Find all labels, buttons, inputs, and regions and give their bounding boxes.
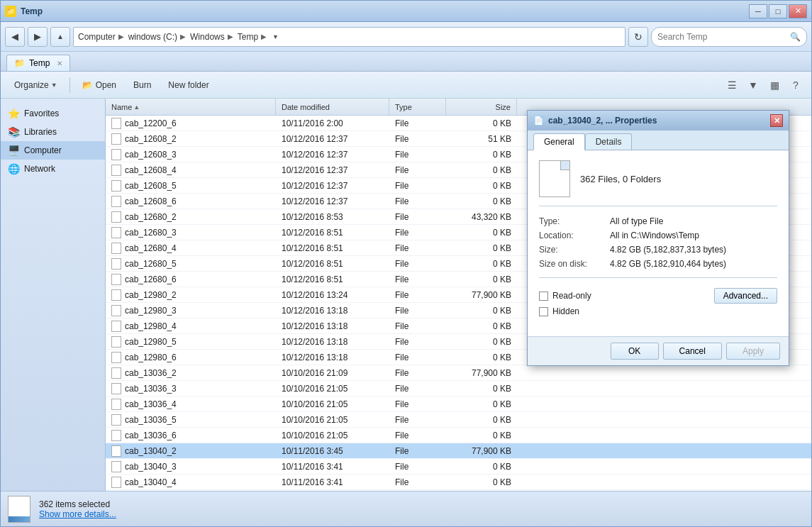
- col-type-label: Type: [395, 103, 412, 111]
- search-box[interactable]: 🔍: [651, 27, 807, 47]
- open-button[interactable]: 📂 Open: [74, 76, 124, 94]
- file-cell-size: 0 KB: [446, 476, 517, 489]
- file-name-text: cab_13040_4: [125, 477, 177, 487]
- help-button[interactable]: ?: [786, 77, 806, 94]
- libraries-icon: 📚: [8, 126, 20, 138]
- file-cell-name: cab_12980_2: [106, 288, 276, 302]
- file-icon: [111, 211, 121, 223]
- file-cell-size: 0 KB: [446, 335, 517, 348]
- view-button[interactable]: ☰: [722, 77, 742, 94]
- preview-pane-button[interactable]: ▦: [764, 77, 784, 94]
- apply-button[interactable]: Apply: [726, 343, 780, 360]
- new-folder-button[interactable]: New folder: [160, 76, 216, 94]
- sidebar-item-libraries[interactable]: 📚 Libraries: [1, 123, 105, 141]
- ok-button[interactable]: OK: [611, 343, 659, 360]
- address-segment-drive[interactable]: windows (C:) ▶: [128, 32, 187, 42]
- table-row[interactable]: cab_13036_2 10/10/2016 21:09 File 77,900…: [106, 365, 811, 381]
- readonly-checkbox[interactable]: [539, 292, 548, 301]
- prop-value: All in C:\Windows\Temp: [610, 231, 777, 240]
- file-cell-size: 43,320 KB: [446, 211, 517, 223]
- maximize-button[interactable]: □: [769, 4, 787, 18]
- file-icon: [111, 165, 121, 176]
- refresh-button[interactable]: ↻: [628, 27, 648, 47]
- table-row[interactable]: cab_13036_4 10/10/2016 21:05 File 0 KB: [106, 396, 811, 412]
- show-more-details-link[interactable]: Show more details...: [39, 509, 116, 519]
- organize-button[interactable]: Organize ▼: [6, 76, 65, 94]
- address-arrow-4: ▶: [261, 33, 267, 40]
- open-label: Open: [96, 80, 116, 90]
- address-segment-computer[interactable]: Computer ▶: [78, 32, 126, 42]
- file-cell-size: 0 KB: [446, 257, 517, 270]
- search-input[interactable]: [657, 32, 787, 42]
- file-cell-size: 0 KB: [446, 273, 517, 286]
- burn-button[interactable]: Burn: [126, 76, 159, 94]
- file-cell-size: 0 KB: [446, 148, 517, 161]
- minimize-button[interactable]: ─: [749, 4, 767, 18]
- dialog-tab-details[interactable]: Details: [585, 133, 633, 150]
- file-cell-type: File: [389, 211, 446, 223]
- close-button[interactable]: ✕: [789, 4, 807, 18]
- col-header-type[interactable]: Type: [389, 99, 446, 115]
- col-header-name[interactable]: Name ▲: [106, 99, 276, 115]
- file-name-text: cab_12680_2: [125, 212, 177, 222]
- sidebar-item-computer[interactable]: 🖥️ Computer: [1, 141, 105, 160]
- file-cell-type: File: [389, 273, 446, 286]
- col-header-size[interactable]: Size: [446, 99, 517, 115]
- address-segment-temp[interactable]: Temp ▶: [238, 32, 268, 42]
- title-bar: 📁 Temp ─ □ ✕: [1, 1, 811, 22]
- table-row[interactable]: cab_13040_5 10/11/2016 3:41 File 0 KB: [106, 490, 811, 491]
- address-segment-windows[interactable]: Windows ▶: [190, 32, 235, 42]
- file-cell-type: File: [389, 351, 446, 364]
- sidebar-item-network[interactable]: 🌐 Network: [1, 160, 105, 178]
- file-icon: [111, 258, 121, 270]
- file-cell-size: 77,900 KB: [446, 445, 517, 457]
- sidebar-item-favorites[interactable]: ⭐ Favorites: [1, 104, 105, 123]
- table-row[interactable]: cab_13036_3 10/10/2016 21:05 File 0 KB: [106, 381, 811, 396]
- file-icon: [111, 274, 121, 285]
- file-cell-type: File: [389, 195, 446, 208]
- tab-temp[interactable]: 📁 Temp ✕: [6, 55, 70, 71]
- file-name-text: cab_13040_3: [125, 462, 177, 472]
- file-cell-size: 0 KB: [446, 351, 517, 364]
- file-cell-date: 10/11/2016 3:41: [276, 460, 389, 473]
- advanced-button[interactable]: Advanced...: [714, 288, 777, 304]
- file-icon: [111, 118, 121, 129]
- address-bar[interactable]: Computer ▶ windows (C:) ▶ Windows ▶ Temp…: [73, 27, 625, 47]
- attr-readonly-row: Read-only: [539, 291, 591, 301]
- dialog-title: 📄 cab_13040_2, ... Properties: [533, 116, 657, 126]
- attr-hidden-row: Hidden: [539, 306, 777, 316]
- view-dropdown[interactable]: ▼: [743, 77, 763, 94]
- back-button[interactable]: ◀: [5, 27, 25, 47]
- sidebar-label-network: Network: [24, 164, 55, 174]
- tab-close-button[interactable]: ✕: [57, 60, 62, 67]
- table-row[interactable]: cab_13040_3 10/11/2016 3:41 File 0 KB: [106, 459, 811, 475]
- file-cell-name: cab_13040_5: [106, 491, 276, 492]
- col-size-label: Size: [496, 103, 511, 111]
- forward-button[interactable]: ▶: [28, 27, 48, 47]
- address-label-drive: windows (C:): [128, 32, 177, 42]
- file-icon: [111, 352, 121, 363]
- table-row[interactable]: cab_13036_5 10/10/2016 21:05 File 0 KB: [106, 412, 811, 428]
- address-dropdown[interactable]: ▼: [272, 33, 279, 40]
- hidden-label: Hidden: [552, 306, 579, 316]
- file-cell-date: 10/12/2016 12:37: [276, 148, 389, 161]
- cancel-button[interactable]: Cancel: [663, 343, 722, 360]
- toolbar-separator-1: [69, 77, 70, 93]
- table-row[interactable]: cab_13036_6 10/10/2016 21:05 File 0 KB: [106, 428, 811, 443]
- file-cell-date: 10/12/2016 12:37: [276, 195, 389, 208]
- dialog-tab-general[interactable]: General: [533, 133, 585, 150]
- table-row[interactable]: cab_13040_4 10/11/2016 3:41 File 0 KB: [106, 475, 811, 490]
- up-button[interactable]: ▲: [50, 27, 70, 47]
- file-cell-date: 10/11/2016 3:45: [276, 445, 389, 457]
- file-icon: [111, 414, 121, 426]
- table-row[interactable]: cab_13040_2 10/11/2016 3:45 File 77,900 …: [106, 443, 811, 459]
- hidden-checkbox[interactable]: [539, 307, 548, 316]
- organize-dropdown-arrow: ▼: [51, 82, 57, 89]
- file-icon: [111, 461, 121, 472]
- col-header-date[interactable]: Date modified: [276, 99, 389, 115]
- dialog-close-button[interactable]: ✕: [770, 114, 783, 127]
- file-cell-date: 10/12/2016 8:51: [276, 257, 389, 270]
- address-label-windows: Windows: [190, 32, 225, 42]
- attr-row: Read-only Advanced...: [539, 288, 777, 304]
- file-cell-name: cab_12680_4: [106, 241, 276, 255]
